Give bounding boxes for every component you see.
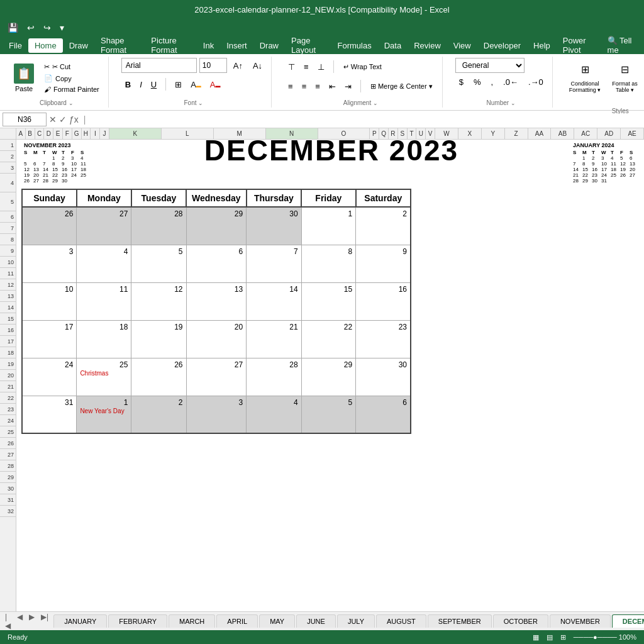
row-num-32[interactable]: 32 [0, 506, 16, 517]
menu-insert[interactable]: Insert [220, 38, 253, 53]
font-size-decrease-button[interactable]: A↓ [249, 59, 266, 72]
cal-cell-dec12[interactable]: 12 [131, 282, 186, 320]
italic-button[interactable]: I [136, 78, 146, 91]
cal-cell-dec7[interactable]: 7 [247, 245, 302, 282]
fill-color-button[interactable]: A▬ [187, 78, 205, 91]
col-header-e[interactable]: E [53, 128, 63, 139]
row-num-18[interactable]: 18 [0, 347, 16, 358]
col-header-ae[interactable]: AE [621, 128, 644, 139]
col-header-h[interactable]: H [82, 128, 91, 139]
row-num-26[interactable]: 26 [0, 438, 16, 449]
row-num-29[interactable]: 29 [0, 472, 16, 483]
wrap-text-button[interactable]: ↵ Wrap Text [339, 58, 386, 75]
name-box[interactable] [3, 113, 47, 126]
row-num-24[interactable]: 24 [0, 415, 16, 426]
col-header-m[interactable]: M [214, 128, 266, 139]
col-header-o[interactable]: O [318, 128, 370, 139]
view-layout-icon[interactable]: ▤ [547, 633, 553, 641]
col-header-g[interactable]: G [72, 128, 82, 139]
conditional-formatting-button[interactable]: ⊞ ConditionalFormatting ▾ [565, 58, 605, 96]
row-num-25[interactable]: 25 [0, 426, 16, 438]
row-num-19[interactable]: 19 [0, 358, 16, 370]
cal-cell-dec25[interactable]: 25Christmas [77, 358, 131, 396]
bold-button[interactable]: B [121, 78, 135, 91]
tab-august[interactable]: AUGUST [376, 614, 426, 628]
row-num-4[interactable]: 4 [0, 174, 16, 192]
menu-view[interactable]: View [447, 38, 477, 53]
percent-button[interactable]: % [470, 75, 485, 89]
row-num-1[interactable]: 1 [0, 140, 16, 151]
col-header-z[interactable]: Z [505, 128, 528, 139]
row-num-12[interactable]: 12 [0, 279, 16, 291]
cal-cell-dec1[interactable]: 1 [301, 207, 355, 245]
align-right-button[interactable]: ≡ [311, 77, 324, 95]
decrease-decimal-button[interactable]: .0← [499, 75, 522, 89]
insert-function-icon[interactable]: ƒx [69, 114, 79, 125]
menu-shape-format[interactable]: Shape Format [94, 33, 145, 57]
row-num-20[interactable]: 20 [0, 370, 16, 381]
row-num-22[interactable]: 22 [0, 392, 16, 404]
redo-icon[interactable]: ↪ [41, 21, 53, 34]
menu-draw2[interactable]: Draw [253, 38, 285, 53]
menu-review[interactable]: Review [408, 38, 447, 53]
row-num-15[interactable]: 15 [0, 313, 16, 325]
borders-button[interactable]: ⊞ [171, 78, 186, 91]
tab-january[interactable]: JANUARY [53, 614, 107, 628]
cal-cell-jan4[interactable]: 4 [247, 396, 302, 433]
paste-button[interactable]: 📋 Paste [10, 61, 38, 95]
font-size-increase-button[interactable]: A↑ [230, 59, 247, 72]
col-header-i[interactable]: I [91, 128, 100, 139]
cal-cell-dec31[interactable]: 31 [22, 396, 77, 433]
col-header-j[interactable]: J [100, 128, 109, 139]
format-as-table-button[interactable]: ⊟ Format asTable ▾ [608, 58, 641, 96]
align-top-button[interactable]: ⊤ [284, 58, 299, 75]
font-size-input[interactable] [199, 58, 227, 73]
cal-cell-dec26[interactable]: 26 [131, 358, 186, 396]
col-header-n[interactable]: N [266, 128, 318, 139]
cal-cell-nov30[interactable]: 30 [247, 207, 302, 245]
cal-cell-nov26[interactable]: 26 [22, 207, 77, 245]
increase-indent-button[interactable]: ⇥ [341, 77, 355, 95]
row-num-3[interactable]: 3 [0, 162, 16, 174]
cal-cell-dec10[interactable]: 10 [22, 282, 77, 320]
align-middle-button[interactable]: ≡ [300, 58, 313, 75]
tab-last-button[interactable]: ▶| [38, 611, 51, 630]
cal-cell-dec11[interactable]: 11 [77, 282, 131, 320]
tab-february[interactable]: FEBRUARY [108, 614, 167, 628]
col-header-r[interactable]: R [389, 128, 398, 139]
col-header-ab[interactable]: AB [551, 128, 574, 139]
cal-cell-dec9[interactable]: 9 [356, 245, 411, 282]
cal-cell-dec28[interactable]: 28 [247, 358, 302, 396]
cal-cell-dec20[interactable]: 20 [186, 320, 247, 358]
menu-file[interactable]: File [3, 38, 28, 53]
menu-data[interactable]: Data [378, 38, 408, 53]
col-header-y[interactable]: Y [482, 128, 505, 139]
cancel-formula-icon[interactable]: ✕ [49, 114, 57, 125]
underline-button[interactable]: U [147, 78, 160, 91]
tab-november[interactable]: NOVEMBER [550, 614, 611, 628]
row-num-27[interactable]: 27 [0, 449, 16, 460]
tab-october[interactable]: OCTOBER [493, 614, 548, 628]
font-name-input[interactable] [121, 58, 197, 73]
formula-input[interactable] [91, 114, 641, 125]
tab-september[interactable]: SEPTEMBER [428, 614, 492, 628]
col-header-s[interactable]: S [398, 128, 408, 139]
cal-cell-nov28[interactable]: 28 [131, 207, 186, 245]
col-header-u[interactable]: U [416, 128, 426, 139]
confirm-formula-icon[interactable]: ✓ [59, 114, 67, 125]
col-header-l[interactable]: L [162, 128, 214, 139]
cut-button[interactable]: ✂ ✂ Cut [40, 62, 103, 72]
merge-center-button[interactable]: ⊞ Merge & Center ▾ [366, 77, 437, 95]
cal-cell-dec2[interactable]: 2 [356, 207, 411, 245]
row-num-17[interactable]: 17 [0, 336, 16, 347]
tab-july[interactable]: JULY [337, 614, 375, 628]
row-num-7[interactable]: 7 [0, 223, 16, 234]
tab-next-button[interactable]: ▶ [26, 611, 37, 630]
align-center-button[interactable]: ≡ [298, 77, 311, 95]
cal-cell-nov27[interactable]: 27 [77, 207, 131, 245]
cal-cell-dec21[interactable]: 21 [247, 320, 302, 358]
cal-cell-dec18[interactable]: 18 [77, 320, 131, 358]
col-header-a[interactable]: A [16, 128, 26, 139]
menu-page-layout[interactable]: Page Layout [285, 33, 331, 57]
row-num-30[interactable]: 30 [0, 483, 16, 494]
